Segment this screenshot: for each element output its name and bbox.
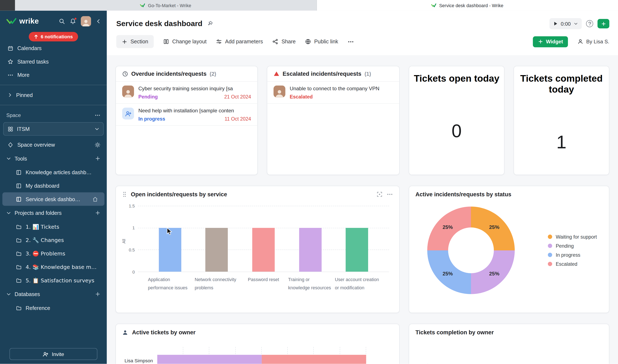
sidebar-item-starred-tasks[interactable]: Starred tasks bbox=[0, 55, 107, 68]
change-layout-button[interactable]: Change layout bbox=[163, 39, 206, 45]
dashboard-icon bbox=[16, 196, 22, 202]
folder-icon bbox=[16, 305, 22, 311]
timer-control[interactable]: 0:00 bbox=[549, 18, 582, 29]
legend-item[interactable]: Pending bbox=[548, 243, 597, 248]
service-bar-yaxis: 00.511.5 bbox=[127, 206, 138, 272]
task-list-item[interactable]: Cyber security training session inquiry … bbox=[116, 82, 258, 104]
sidebar-item-satisfaction-surveys[interactable]: 5. 📋 Satisfaction surveys bbox=[0, 273, 107, 287]
completion-chart: 3 bbox=[409, 339, 609, 364]
main-content: Service desk dashboard 0:00 bbox=[107, 11, 618, 364]
space-selector[interactable]: ITSM bbox=[3, 122, 104, 136]
legend-item[interactable]: Escalated bbox=[548, 261, 597, 267]
home-icon[interactable] bbox=[92, 196, 98, 202]
widget-title: Active incidents/requests by status bbox=[415, 191, 511, 197]
status-badge: Pending bbox=[138, 94, 158, 100]
wrike-logo[interactable]: wrike bbox=[6, 17, 39, 26]
sidebar-group-tools[interactable]: Tools bbox=[0, 152, 107, 166]
invite-button[interactable]: Invite bbox=[10, 348, 97, 360]
toolbar-more-icon[interactable] bbox=[348, 39, 354, 45]
sidebar-item-changes[interactable]: 2. 🔧 Changes bbox=[0, 233, 107, 247]
sidebar-item-tickets[interactable]: 1. 📊 Tickets bbox=[0, 220, 107, 234]
add-project-icon[interactable] bbox=[95, 210, 101, 216]
wrike-favicon bbox=[431, 3, 437, 8]
add-database-icon[interactable] bbox=[95, 291, 101, 297]
due-date: 11 Oct 2024 bbox=[225, 116, 251, 122]
sidebar-item-label: Service desk dashbo… bbox=[26, 196, 88, 202]
sidebar-item-pinned[interactable]: Pinned bbox=[0, 88, 107, 102]
globe-icon bbox=[305, 39, 311, 45]
sidebar-item-label: Space overview bbox=[17, 142, 91, 148]
legend-item[interactable]: In progress bbox=[548, 252, 597, 258]
browser-tab-service-desk[interactable]: Service desk dashboard - Wrike bbox=[317, 0, 618, 11]
group-label: Tools bbox=[14, 156, 27, 161]
sidebar-item-label: 4. 📚 Knowledge base m… bbox=[26, 264, 101, 270]
widget-more-icon[interactable] bbox=[387, 191, 393, 197]
collapse-sidebar-icon[interactable] bbox=[96, 18, 101, 24]
sidebar-item-knowledge-articles-dashboard[interactable]: Knowledge articles dashb… bbox=[0, 166, 107, 179]
sidebar-item-calendars[interactable]: Calendars bbox=[0, 41, 107, 55]
gear-icon[interactable] bbox=[95, 142, 101, 148]
bar-2[interactable] bbox=[206, 228, 228, 272]
sidebar-group-databases[interactable]: Databases bbox=[0, 287, 107, 301]
sidebar-item-reference[interactable]: Reference bbox=[0, 301, 107, 315]
donut-percent-label: 25% bbox=[489, 271, 499, 276]
notifications-badge[interactable]: 6 notifications bbox=[29, 32, 78, 41]
dashboard-owner[interactable]: By Lisa S. bbox=[578, 39, 609, 45]
task-list-item[interactable]: Need help with installation [sample cont… bbox=[116, 104, 258, 126]
sidebar-group-projects-and-folders[interactable]: Projects and folders bbox=[0, 206, 107, 220]
legend-item[interactable]: Waiting for support bbox=[548, 234, 597, 239]
legend-color-dot bbox=[548, 244, 552, 248]
person-icon bbox=[578, 39, 583, 45]
sliders-icon bbox=[216, 39, 222, 45]
sidebar-item-my-dashboard[interactable]: My dashboard bbox=[0, 179, 107, 193]
add-tool-icon[interactable] bbox=[95, 156, 101, 161]
stacked-bar-segment[interactable] bbox=[157, 355, 262, 364]
user-avatar[interactable] bbox=[81, 16, 91, 26]
status-donut[interactable]: 25%25%25%25% bbox=[427, 207, 515, 294]
play-icon bbox=[553, 21, 558, 26]
divider bbox=[0, 105, 107, 105]
timer-value: 0:00 bbox=[561, 21, 571, 26]
sidebar-item-space-overview[interactable]: Space overview bbox=[0, 138, 107, 152]
bar-5[interactable] bbox=[346, 228, 368, 272]
task-list-item[interactable]: Unable to connect to the company VPN Esc… bbox=[267, 82, 399, 104]
widget-active-tickets-by-owner: Active tickets by owner Lisa Simpson bbox=[116, 324, 400, 364]
person-plus-icon bbox=[43, 351, 49, 357]
space-section-label: Space bbox=[6, 112, 21, 118]
bar-category-label: User account creation or modification bbox=[334, 276, 380, 292]
folder-icon bbox=[16, 251, 22, 257]
focus-icon[interactable] bbox=[376, 191, 383, 197]
pin-icon[interactable] bbox=[207, 20, 213, 27]
service-bar-columns bbox=[138, 206, 389, 272]
add-parameters-button[interactable]: Add parameters bbox=[216, 39, 263, 45]
legend-label: Escalated bbox=[556, 261, 577, 267]
bar-4[interactable] bbox=[299, 228, 322, 272]
notifications-bell-icon[interactable] bbox=[70, 18, 76, 25]
add-widget-button[interactable]: Widget bbox=[533, 36, 568, 47]
task-title: Cyber security training session inquiry … bbox=[138, 86, 251, 91]
sidebar-item-service-desk-dashboard[interactable]: Service desk dashbo… bbox=[2, 192, 104, 206]
widgets-area: Overdue incidents/requests (2) Cyber sec… bbox=[107, 55, 618, 364]
public-link-button[interactable]: Public link bbox=[305, 39, 338, 45]
sidebar-nav: Calendars Starred tasks More bbox=[0, 41, 107, 82]
owner-chart: Lisa Simpson bbox=[116, 339, 399, 364]
drag-handle-icon[interactable] bbox=[122, 191, 127, 197]
folder-icon bbox=[16, 264, 22, 270]
share-button[interactable]: Share bbox=[272, 39, 296, 45]
stacked-bar-segment[interactable] bbox=[262, 355, 366, 364]
add-section-button[interactable]: Section bbox=[116, 35, 154, 48]
dashboard-header: Service desk dashboard 0:00 bbox=[107, 11, 618, 55]
sidebar-item-problems[interactable]: 3. ⛔ Problems bbox=[0, 247, 107, 260]
browser-tab-go-to-market[interactable]: Go-To-Market - Wrike bbox=[15, 0, 317, 11]
bar-3[interactable] bbox=[252, 228, 275, 272]
sidebar-item-more[interactable]: More bbox=[0, 68, 107, 82]
quick-add-button[interactable] bbox=[598, 19, 609, 28]
help-icon[interactable] bbox=[586, 20, 593, 27]
bar-1[interactable] bbox=[159, 228, 181, 272]
search-icon[interactable] bbox=[59, 18, 65, 25]
donut-hole bbox=[448, 227, 494, 273]
sidebar-item-knowledge-base[interactable]: 4. 📚 Knowledge base m… bbox=[0, 260, 107, 274]
owner-name: Lisa Simpson bbox=[125, 358, 157, 363]
sidebar-item-label: Knowledge articles dashb… bbox=[26, 169, 101, 175]
space-more-icon[interactable] bbox=[95, 112, 101, 118]
